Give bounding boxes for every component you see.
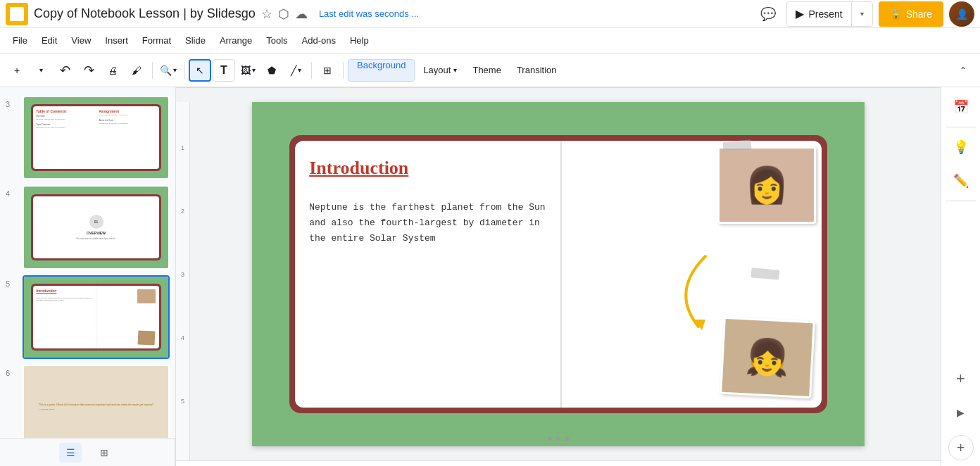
present-button[interactable]: ▶ Present ▾ bbox=[786, 1, 872, 27]
slide-3-content: Table of Contents! Overview Describe her… bbox=[24, 97, 168, 178]
slide-number-5: 5 bbox=[6, 275, 17, 288]
list-view-button[interactable]: ☰ bbox=[59, 443, 82, 462]
canvas-column: 1 2 3 4 5 6 7 8 9 1 2 3 4 5 bbox=[176, 87, 941, 466]
paint-format-button[interactable]: 🖌 bbox=[125, 59, 148, 82]
new-slide-button[interactable]: ⊞ bbox=[316, 59, 339, 82]
left-ruler-mark-3: 3 bbox=[181, 271, 184, 278]
left-ruler-mark-4: 4 bbox=[181, 334, 184, 341]
toolbar-right: ⌃ bbox=[952, 59, 974, 82]
share-button[interactable]: 🔒 Share bbox=[879, 1, 943, 27]
main-layout: 3 Table of Contents! Overview Describe h… bbox=[0, 87, 980, 466]
save-icon[interactable]: ⬡ bbox=[278, 6, 289, 22]
menu-file[interactable]: File bbox=[6, 32, 34, 49]
bulb-sidebar-icon[interactable]: 💡 bbox=[947, 133, 975, 161]
document-title: Copy of Notebook Lesson | by Slidesgo bbox=[34, 6, 256, 21]
toolbar-divider-2 bbox=[184, 62, 184, 79]
slide-item-6[interactable]: 6 "This is a quote. Words full of wisdom… bbox=[0, 362, 175, 438]
select-tool[interactable]: ↖ bbox=[189, 59, 211, 82]
image-tool[interactable]: 🖼 ▾ bbox=[237, 59, 259, 82]
menu-insert[interactable]: Insert bbox=[98, 32, 135, 49]
menu-edit[interactable]: Edit bbox=[34, 32, 64, 49]
lock-icon: 🔒 bbox=[890, 8, 902, 20]
notebook-frame: Introduction Neptune is the farthest pla… bbox=[289, 135, 827, 413]
photo-top: 👩 bbox=[717, 146, 816, 224]
add-dropdown[interactable]: ▾ bbox=[30, 59, 52, 82]
comments-button[interactable]: 💬 bbox=[755, 1, 781, 27]
slide-canvas[interactable]: Introduction Neptune is the farthest pla… bbox=[252, 102, 865, 446]
last-edit-status[interactable]: Last edit was seconds ... bbox=[319, 8, 419, 19]
edit-sidebar-icon[interactable]: ✏️ bbox=[947, 167, 975, 195]
slide-number-3: 3 bbox=[6, 96, 17, 108]
cloud-icon[interactable]: ☁ bbox=[295, 6, 308, 22]
star-icon[interactable]: ☆ bbox=[261, 6, 272, 22]
sidebar-divider-1 bbox=[946, 127, 976, 127]
left-ruler-mark-2: 2 bbox=[181, 208, 184, 215]
slide-body: Neptune is the farthest planet from the … bbox=[309, 200, 546, 246]
add-button[interactable]: + bbox=[6, 59, 28, 82]
zoom-dropdown-arrow: ▾ bbox=[173, 66, 177, 74]
image-icon: 🖼 bbox=[241, 65, 251, 76]
menu-help[interactable]: Help bbox=[343, 32, 376, 49]
slide-canvas-wrapper[interactable]: 1 2 3 4 5 Introduction Neptune is the bbox=[176, 88, 941, 460]
slide-4-content: 01 OVERVIEW You can enter a subtitle her… bbox=[24, 187, 168, 267]
notebook-inner: Introduction Neptune is the farthest pla… bbox=[295, 141, 822, 408]
menu-tools[interactable]: Tools bbox=[259, 32, 294, 49]
slide-thumbnail-3[interactable]: Table of Contents! Overview Describe her… bbox=[23, 96, 170, 180]
notebook-right-page[interactable]: 👩 👧 bbox=[562, 141, 822, 408]
toolbar-divider-1 bbox=[152, 62, 153, 79]
expand-sidebar-button[interactable]: ▶ bbox=[947, 398, 975, 427]
sidebar-divider-2 bbox=[946, 201, 976, 201]
layout-button[interactable]: Layout ▾ bbox=[416, 59, 464, 82]
menu-format[interactable]: Format bbox=[135, 32, 178, 49]
calendar-sidebar-icon[interactable]: 📅 bbox=[947, 93, 975, 121]
slide-thumbnail-6[interactable]: "This is a quote. Words full of wisdom t… bbox=[23, 365, 170, 438]
menu-slide[interactable]: Slide bbox=[178, 32, 213, 49]
notebook-left-page[interactable]: Introduction Neptune is the farthest pla… bbox=[295, 141, 562, 408]
line-dropdown: ▾ bbox=[298, 66, 301, 74]
slide-item-3[interactable]: 3 Table of Contents! Overview Describe h… bbox=[0, 93, 175, 182]
layout-dropdown-arrow: ▾ bbox=[453, 66, 457, 74]
background-button[interactable]: Background bbox=[348, 59, 415, 82]
toolbar-divider-4 bbox=[343, 62, 344, 79]
speaker-notes[interactable]: Click to add speaker notes bbox=[176, 460, 941, 466]
zoom-button[interactable]: 🔍 ▾ bbox=[157, 59, 180, 82]
menu-arrange[interactable]: Arrange bbox=[213, 32, 259, 49]
menu-addons[interactable]: Add-ons bbox=[295, 32, 343, 49]
menu-view[interactable]: View bbox=[64, 32, 98, 49]
add-sidebar-button[interactable]: + bbox=[947, 365, 975, 393]
tape-middle bbox=[750, 267, 779, 279]
left-ruler-mark-1: 1 bbox=[181, 144, 184, 151]
dot-1 bbox=[548, 436, 552, 441]
text-tool[interactable]: T bbox=[213, 59, 235, 82]
line-icon: ╱ bbox=[291, 65, 296, 76]
slide-thumbnail-5[interactable]: Introduction Neptune is the farthest pla… bbox=[23, 275, 170, 359]
shape-tool[interactable]: ⬟ bbox=[260, 59, 283, 82]
left-ruler-mark-5: 5 bbox=[181, 398, 184, 405]
present-dropdown[interactable]: ▾ bbox=[851, 2, 872, 26]
user-avatar[interactable]: 👤 bbox=[949, 1, 974, 27]
slide-item-4[interactable]: 4 01 OVERVIEW You can enter a subtitle h… bbox=[0, 182, 175, 272]
slide-title: Introduction bbox=[309, 158, 546, 179]
collapse-toolbar-button[interactable]: ⌃ bbox=[952, 59, 974, 82]
layout-label: Layout bbox=[423, 65, 451, 75]
slide-item-5[interactable]: 5 Introduction Neptune is the farthest p… bbox=[0, 272, 175, 362]
print-button[interactable]: 🖨 bbox=[101, 59, 124, 82]
grid-view-button[interactable]: ⊞ bbox=[93, 443, 115, 462]
slide-6-content: "This is a quote. Words full of wisdom t… bbox=[24, 366, 168, 438]
transition-button[interactable]: Transition bbox=[510, 59, 564, 82]
line-tool[interactable]: ╱ ▾ bbox=[284, 59, 307, 82]
present-main[interactable]: ▶ Present bbox=[787, 2, 850, 26]
slide-thumbnail-4[interactable]: 01 OVERVIEW You can enter a subtitle her… bbox=[23, 185, 170, 269]
theme-button[interactable]: Theme bbox=[465, 59, 508, 82]
search-icon: 🔍 bbox=[160, 65, 172, 76]
slide-dots bbox=[548, 436, 569, 441]
slides-bottom-bar: ☰ ⊞ bbox=[0, 438, 175, 466]
slide-background: Introduction Neptune is the farthest pla… bbox=[252, 102, 865, 446]
dot-3 bbox=[565, 436, 569, 441]
app-icon[interactable] bbox=[6, 3, 28, 25]
toolbar: + ▾ ↶ ↷ 🖨 🖌 🔍 ▾ ↖ T 🖼 ▾ ⬟ ╱ ▾ ⊞ Backgrou… bbox=[0, 53, 980, 87]
slides-panel: 3 Table of Contents! Overview Describe h… bbox=[0, 87, 176, 438]
undo-button[interactable]: ↶ bbox=[54, 59, 76, 82]
add-slide-fab[interactable]: + bbox=[948, 435, 974, 460]
redo-button[interactable]: ↷ bbox=[77, 59, 100, 82]
